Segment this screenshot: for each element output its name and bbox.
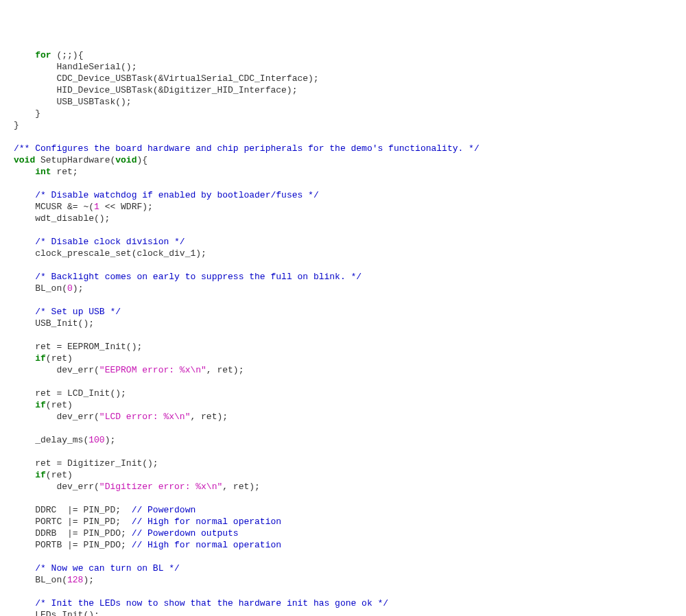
code-token-com: // High for normal operation xyxy=(132,540,281,550)
code-line: if(ret) xyxy=(14,469,686,481)
code-token-str: "Digitizer error: %x\n" xyxy=(99,482,222,492)
code-token-plain: ){ xyxy=(137,155,147,165)
code-token-kw: if xyxy=(35,470,46,480)
code-token-plain: ret = EEPROM_Init(); xyxy=(14,342,142,352)
code-token-plain: BL_on( xyxy=(14,283,67,294)
code-token-plain: SetupHardware( xyxy=(35,155,115,165)
code-line: PORTB |= PIN_PDO; // High for normal ope… xyxy=(14,539,686,551)
code-line: /* Init the LEDs now to show that the ha… xyxy=(14,597,686,609)
code-token-kw: for xyxy=(35,50,51,60)
code-token-num: 1 xyxy=(94,202,99,212)
code-token-com: /** Configures the board hardware and ch… xyxy=(14,143,480,154)
code-line: ret = Digitizer_Init(); xyxy=(14,458,686,469)
code-line xyxy=(14,294,686,306)
code-token-kw: if xyxy=(35,353,46,364)
code-line: /* Disable watchdog if enabled by bootlo… xyxy=(14,189,686,201)
code-line: for (;;){ xyxy=(14,49,686,61)
code-line: /* Backlight comes on early to suppress … xyxy=(14,271,686,283)
code-line: USB_USBTask(); xyxy=(14,96,686,108)
code-token-plain xyxy=(14,598,35,608)
code-line: HID_Device_USBTask(&Digitizer_HID_Interf… xyxy=(14,84,686,96)
code-token-plain xyxy=(14,563,35,573)
code-line: DDRB |= PIN_PDO; // Powerdown outputs xyxy=(14,528,686,539)
code-token-plain xyxy=(14,272,35,282)
code-token-kw: if xyxy=(35,400,46,410)
code-token-plain: (ret) xyxy=(46,470,73,480)
code-token-plain: (;;){ xyxy=(51,50,84,60)
code-line: CDC_Device_USBTask(&VirtualSerial_CDC_In… xyxy=(14,73,686,84)
code-line xyxy=(14,329,686,341)
code-token-plain: ret = Digitizer_Init(); xyxy=(14,458,158,469)
code-token-plain xyxy=(14,50,35,60)
code-line: BL_on(128); xyxy=(14,574,686,586)
code-token-plain: dev_err( xyxy=(14,412,99,422)
code-token-plain: PORTC |= PIN_PD; xyxy=(14,517,132,527)
code-token-plain: USB_Init(); xyxy=(14,318,94,329)
code-token-com: /* Disable watchdog if enabled by bootlo… xyxy=(35,190,318,200)
code-token-plain: } xyxy=(14,108,40,119)
code-line: wdt_disable(); xyxy=(14,213,686,224)
code-line xyxy=(14,493,686,504)
code-token-plain: USB_USBTask(); xyxy=(14,97,132,107)
code-token-plain: _delay_ms( xyxy=(14,435,88,445)
code-token-plain: MCUSR &= ~( xyxy=(14,202,94,212)
code-token-plain: DDRC |= PIN_PD; xyxy=(14,505,132,515)
code-line xyxy=(14,131,686,143)
code-token-plain: (ret) xyxy=(46,400,73,410)
code-line xyxy=(14,224,686,236)
code-line: clock_prescale_set(clock_div_1); xyxy=(14,248,686,259)
code-token-plain: dev_err( xyxy=(14,365,99,375)
code-line: ret = LCD_Init(); xyxy=(14,388,686,399)
code-token-plain: LEDs_Init(); xyxy=(14,610,99,616)
code-token-num: 128 xyxy=(67,575,83,585)
code-token-plain xyxy=(14,190,35,200)
code-token-plain: ); xyxy=(105,435,116,445)
code-token-com: // Powerdown xyxy=(132,505,196,515)
code-token-plain: (ret) xyxy=(46,353,73,364)
code-token-str: "LCD error: %x\n" xyxy=(99,412,191,422)
code-token-plain: DDRB |= PIN_PDO; xyxy=(14,528,132,538)
code-line xyxy=(14,376,686,388)
code-line: int ret; xyxy=(14,166,686,178)
code-token-com: /* Set up USB */ xyxy=(35,307,121,317)
code-line: dev_err("Digitizer error: %x\n", ret); xyxy=(14,481,686,493)
code-token-plain: , ret); xyxy=(222,482,260,492)
code-line: /* Disable clock division */ xyxy=(14,236,686,248)
code-line: MCUSR &= ~(1 << WDRF); xyxy=(14,201,686,213)
code-token-plain: << WDRF); xyxy=(99,202,153,212)
code-line: /** Configures the board hardware and ch… xyxy=(14,143,686,154)
code-token-plain xyxy=(14,353,35,364)
code-token-plain xyxy=(14,237,35,247)
code-line: if(ret) xyxy=(14,399,686,411)
code-line xyxy=(14,586,686,597)
code-line: } xyxy=(14,108,686,119)
code-token-plain xyxy=(14,167,35,177)
code-line: PORTC |= PIN_PD; // High for normal oper… xyxy=(14,516,686,528)
code-line xyxy=(14,446,686,458)
code-token-plain: ); xyxy=(83,575,94,585)
code-token-com: /* Now we can turn on BL */ xyxy=(35,563,180,573)
code-token-num: 0 xyxy=(67,283,73,294)
code-token-plain: , ret); xyxy=(190,412,228,422)
code-token-plain xyxy=(14,400,35,410)
code-line: HandleSerial(); xyxy=(14,61,686,73)
code-token-plain: HID_Device_USBTask(&Digitizer_HID_Interf… xyxy=(14,85,297,95)
code-token-plain: wdt_disable(); xyxy=(14,213,110,224)
code-token-kw: void xyxy=(14,155,35,165)
code-line: _delay_ms(100); xyxy=(14,434,686,446)
code-line: } xyxy=(14,119,686,131)
code-line xyxy=(14,551,686,562)
code-line: LEDs_Init(); xyxy=(14,609,686,616)
code-line xyxy=(14,259,686,271)
code-line: /* Set up USB */ xyxy=(14,306,686,318)
code-token-plain: , ret); xyxy=(206,365,244,375)
code-token-plain: PORTB |= PIN_PDO; xyxy=(14,540,132,550)
code-token-plain: } xyxy=(14,120,19,130)
code-line: /* Now we can turn on BL */ xyxy=(14,562,686,574)
code-line: dev_err("EEPROM error: %x\n", ret); xyxy=(14,364,686,376)
code-token-com: // Powerdown outputs xyxy=(132,528,239,538)
code-token-plain: CDC_Device_USBTask(&VirtualSerial_CDC_In… xyxy=(14,73,319,84)
code-token-com: // High for normal operation xyxy=(132,517,281,527)
code-line: USB_Init(); xyxy=(14,318,686,329)
code-token-plain xyxy=(14,307,35,317)
